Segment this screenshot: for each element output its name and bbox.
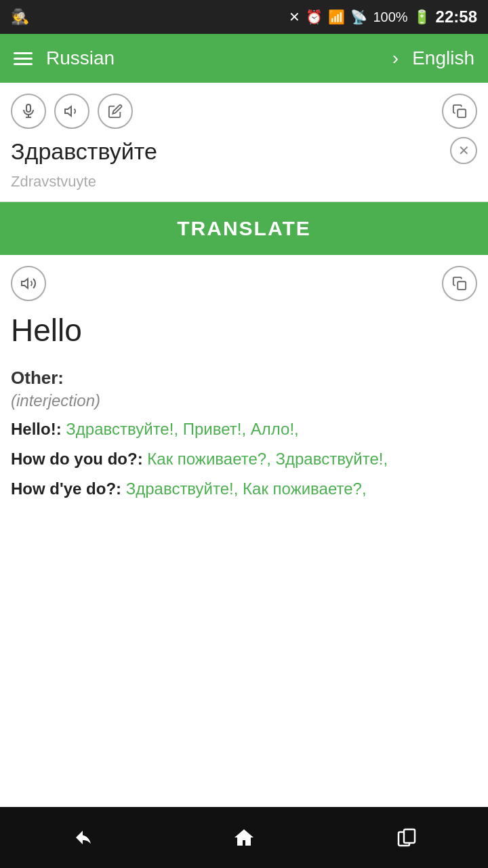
svg-rect-4: [458, 109, 466, 117]
copy-button-output[interactable]: [442, 266, 477, 301]
other-value-hello: Здравствуйте!, Привет!, Алло!,: [66, 420, 298, 438]
svg-marker-5: [22, 279, 28, 288]
copy-button-input[interactable]: [442, 94, 477, 129]
svg-marker-3: [65, 106, 71, 116]
status-left: 🕵: [11, 8, 29, 26]
target-language[interactable]: English: [412, 47, 474, 69]
other-entry-how-do: How do you do?: Как поживаете?, Здравств…: [11, 447, 477, 471]
back-button[interactable]: [54, 817, 108, 858]
other-entry-how-dye: How d'ye do?: Здравствуйте!, Как поживае…: [11, 477, 477, 501]
clear-button[interactable]: ✕: [450, 137, 477, 164]
other-key-how-dye: How d'ye do?:: [11, 479, 121, 498]
output-main-text: Hello: [11, 312, 477, 349]
other-entry-hello: Hello!: Здравствуйте!, Привет!, Алло!,: [11, 417, 477, 441]
speaker-button-output[interactable]: [11, 266, 46, 301]
input-text[interactable]: Здравствуйте: [11, 138, 477, 165]
mute-icon: ✕: [289, 9, 300, 25]
bottom-nav: [0, 807, 488, 868]
other-key-how-do: How do you do?:: [11, 450, 143, 468]
spy-icon: 🕵: [11, 8, 29, 26]
wifi-icon: 📶: [328, 9, 345, 25]
alarm-icon: ⏰: [306, 9, 323, 25]
top-bar: Russian › English: [0, 34, 488, 83]
home-button[interactable]: [217, 817, 271, 858]
output-icons-row: [11, 266, 477, 301]
status-right: ✕ ⏰ 📶 📡 100% 🔋 22:58: [289, 7, 477, 26]
input-icons-row: [11, 94, 477, 129]
svg-rect-0: [26, 104, 30, 112]
other-label: Other:: [11, 368, 477, 389]
menu-button[interactable]: [14, 52, 33, 65]
recents-button[interactable]: [380, 817, 434, 858]
output-section: Hello Other: (interjection) Hello!: Здра…: [0, 255, 488, 807]
svg-rect-8: [404, 829, 415, 843]
status-bar: 🕵 ✕ ⏰ 📶 📡 100% 🔋 22:58: [0, 0, 488, 34]
microphone-button[interactable]: [11, 94, 46, 129]
other-value-how-do: Как поживаете?, Здравствуйте!,: [147, 450, 388, 468]
battery-text: 100%: [373, 9, 407, 25]
translate-button[interactable]: TRANSLATE: [0, 202, 488, 255]
other-value-how-dye: Здравствуйте!, Как поживаете?,: [126, 479, 367, 498]
transliteration-text: Zdravstvuyte: [11, 173, 477, 191]
source-language[interactable]: Russian: [46, 47, 379, 69]
input-section: Здравствуйте ✕ Zdravstvuyte: [0, 83, 488, 202]
status-time: 22:58: [436, 7, 477, 26]
swap-languages-arrow[interactable]: ›: [392, 47, 399, 69]
speaker-button-input[interactable]: [54, 94, 89, 129]
interjection-label: (interjection): [11, 391, 477, 410]
signal-icon: 📡: [350, 9, 367, 25]
other-key-hello: Hello!:: [11, 420, 62, 438]
svg-rect-6: [458, 281, 466, 290]
battery-icon: 🔋: [413, 9, 430, 25]
edit-button[interactable]: [98, 94, 133, 129]
